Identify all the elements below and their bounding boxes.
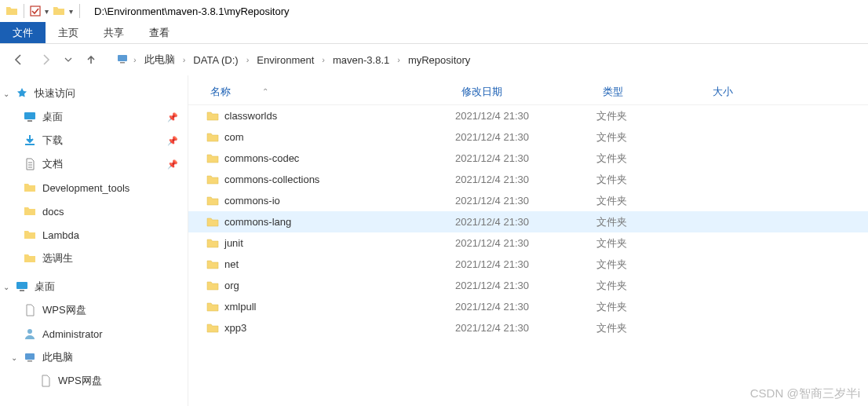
breadcrumb-item[interactable]: maven-3.8.1 — [330, 53, 392, 68]
caret-icon[interactable]: ⌄ — [11, 353, 17, 362]
file-name: xpp3 — [221, 322, 455, 334]
folder-icon — [22, 229, 38, 241]
sort-asc-icon: ⌃ — [262, 87, 268, 96]
sidebar-item-label: WPS网盘 — [42, 303, 86, 317]
column-header-size[interactable]: 大小 — [706, 85, 785, 99]
chevron-down-icon[interactable]: ▾ — [43, 7, 50, 16]
sidebar-item-desktop[interactable]: 桌面 📌 — [0, 105, 188, 129]
file-name: com — [221, 131, 455, 143]
sidebar-quick-access[interactable]: ⌄ 快速访问 — [0, 82, 188, 105]
checkbox-icon[interactable] — [29, 5, 42, 17]
table-row[interactable]: xmlpull2021/12/4 21:30文件夹 — [188, 296, 868, 317]
sidebar-item-pc[interactable]: ⌄ 此电脑 — [0, 346, 188, 369]
table-row[interactable]: net2021/12/4 21:30文件夹 — [188, 254, 868, 275]
content: ⌄ 快速访问 桌面 📌 下载 📌 文档 📌 Developmen — [0, 75, 868, 406]
column-label: 名称 — [210, 85, 231, 99]
table-row[interactable]: com2021/12/4 21:30文件夹 — [188, 126, 868, 148]
caret-icon[interactable]: ⌄ — [3, 90, 9, 98]
pc-icon[interactable] — [116, 53, 129, 68]
tab-file[interactable]: 文件 — [0, 22, 46, 43]
svg-rect-2 — [120, 62, 125, 64]
table-row[interactable]: org2021/12/4 21:30文件夹 — [188, 275, 868, 296]
folder-icon — [204, 110, 221, 123]
quick-access-toolbar: ▾ ▾ — [0, 4, 88, 18]
column-header-type[interactable]: 类型 — [596, 85, 706, 99]
tab-view[interactable]: 查看 — [137, 22, 182, 43]
chevron-right-icon[interactable]: › — [322, 55, 325, 64]
sidebar-item-wps[interactable]: WPS网盘 — [0, 369, 188, 393]
sidebar-item-documents[interactable]: 文档 📌 — [0, 152, 188, 176]
table-row[interactable]: commons-lang2021/12/4 21:30文件夹 — [188, 211, 868, 232]
caret-icon[interactable]: ⌄ — [3, 283, 9, 291]
svg-rect-1 — [118, 55, 127, 61]
table-row[interactable]: commons-collections2021/12/4 21:30文件夹 — [188, 169, 868, 190]
table-row[interactable]: junit2021/12/4 21:30文件夹 — [188, 232, 868, 254]
sidebar-item[interactable]: Development_tools — [0, 176, 188, 199]
sidebar-item[interactable]: Lambda — [0, 223, 188, 247]
qat-overflow-icon[interactable]: ▾ — [67, 7, 75, 16]
back-button[interactable] — [9, 50, 28, 69]
navbar: › 此电脑 › DATA (D:) › Environment › maven-… — [0, 44, 868, 75]
table-row[interactable]: commons-io2021/12/4 21:30文件夹 — [188, 190, 868, 211]
sidebar-item[interactable]: docs — [0, 199, 188, 223]
breadcrumb-item[interactable]: 此电脑 — [141, 51, 178, 68]
svg-rect-3 — [24, 112, 35, 119]
file-type: 文件夹 — [596, 173, 706, 187]
file-date: 2021/12/4 21:30 — [455, 258, 596, 270]
folder-icon — [204, 258, 221, 271]
tab-share[interactable]: 共享 — [91, 22, 137, 43]
file-date: 2021/12/4 21:30 — [455, 131, 596, 143]
chevron-right-icon[interactable]: › — [133, 55, 137, 64]
recent-dropdown-icon[interactable] — [63, 50, 74, 69]
sidebar-item-label: Lambda — [42, 229, 79, 241]
sidebar-item-downloads[interactable]: 下载 📌 — [0, 129, 188, 152]
pin-icon: 📌 — [167, 159, 178, 170]
breadcrumb-item[interactable]: Environment — [253, 53, 317, 68]
file-icon — [38, 375, 53, 387]
desktop-icon — [22, 111, 38, 123]
chevron-right-icon[interactable]: › — [397, 55, 400, 64]
forward-button[interactable] — [36, 50, 55, 69]
chevron-right-icon[interactable]: › — [183, 55, 186, 64]
table-row[interactable]: commons-codec2021/12/4 21:30文件夹 — [188, 148, 868, 169]
sidebar-item-label: 快速访问 — [35, 86, 75, 101]
column-header-name[interactable]: 名称 ⌃ — [204, 85, 455, 99]
sidebar-item-wps[interactable]: WPS网盘 — [0, 298, 188, 322]
chevron-right-icon[interactable]: › — [246, 55, 250, 64]
file-type: 文件夹 — [596, 300, 706, 314]
folder-icon — [204, 131, 221, 144]
watermark: CSDN @智商三岁半i — [750, 386, 860, 401]
sidebar-item-label: docs — [42, 206, 64, 218]
file-type: 文件夹 — [596, 236, 706, 251]
up-button[interactable] — [82, 50, 100, 69]
file-date: 2021/12/4 21:30 — [455, 301, 596, 313]
sidebar-item-user[interactable]: Administrator — [0, 322, 188, 346]
table-row[interactable]: classworlds2021/12/4 21:30文件夹 — [188, 105, 868, 126]
breadcrumb-item[interactable]: DATA (D:) — [190, 53, 241, 68]
svg-rect-10 — [27, 360, 32, 362]
svg-rect-5 — [25, 144, 35, 145]
window-title: D:\Environment\maven-3.8.1\myRepository — [88, 5, 290, 17]
breadcrumb-item[interactable]: myRepository — [405, 53, 473, 68]
file-name: commons-io — [221, 195, 455, 207]
svg-rect-0 — [31, 6, 40, 16]
file-list: 名称 ⌃ 修改日期 类型 大小 classworlds2021/12/4 21:… — [188, 75, 868, 406]
sidebar-item[interactable]: 选调生 — [0, 247, 188, 270]
list-header: 名称 ⌃ 修改日期 类型 大小 — [188, 79, 868, 105]
sidebar-item-label: 桌面 — [42, 110, 63, 124]
folder-icon — [22, 252, 38, 265]
column-header-date[interactable]: 修改日期 — [455, 85, 596, 99]
folder-icon[interactable] — [52, 4, 66, 18]
separator — [24, 4, 24, 18]
file-date: 2021/12/4 21:30 — [455, 237, 596, 249]
file-name: classworlds — [221, 110, 455, 122]
sidebar: ⌄ 快速访问 桌面 📌 下载 📌 文档 📌 Developmen — [0, 75, 188, 406]
sidebar-desktop-root[interactable]: ⌄ 桌面 — [0, 275, 188, 298]
folder-icon — [204, 195, 221, 207]
star-icon — [14, 87, 30, 100]
folder-icon[interactable] — [5, 4, 19, 18]
folder-icon — [204, 216, 221, 229]
file-date: 2021/12/4 21:30 — [455, 174, 596, 185]
tab-home[interactable]: 主页 — [46, 22, 91, 43]
table-row[interactable]: xpp32021/12/4 21:30文件夹 — [188, 317, 868, 338]
